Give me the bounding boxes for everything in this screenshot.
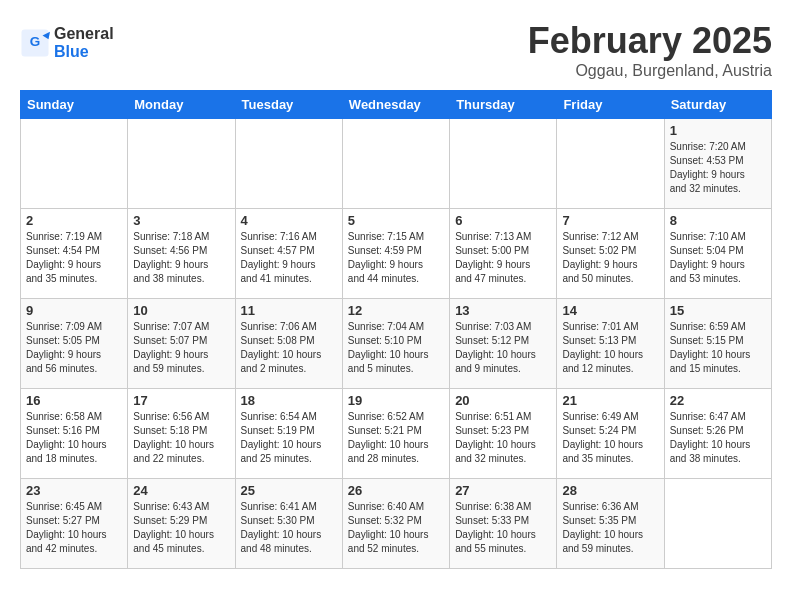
day-number: 23 [26,483,122,498]
day-info: Sunrise: 6:41 AM Sunset: 5:30 PM Dayligh… [241,500,337,556]
logo-icon: G [20,28,50,58]
day-cell [557,119,664,209]
day-number: 17 [133,393,229,408]
day-info: Sunrise: 6:54 AM Sunset: 5:19 PM Dayligh… [241,410,337,466]
header-tuesday: Tuesday [235,91,342,119]
day-cell: 1Sunrise: 7:20 AM Sunset: 4:53 PM Daylig… [664,119,771,209]
day-cell: 17Sunrise: 6:56 AM Sunset: 5:18 PM Dayli… [128,389,235,479]
day-cell: 27Sunrise: 6:38 AM Sunset: 5:33 PM Dayli… [450,479,557,569]
day-info: Sunrise: 7:16 AM Sunset: 4:57 PM Dayligh… [241,230,337,286]
day-info: Sunrise: 6:38 AM Sunset: 5:33 PM Dayligh… [455,500,551,556]
day-number: 6 [455,213,551,228]
day-info: Sunrise: 6:59 AM Sunset: 5:15 PM Dayligh… [670,320,766,376]
header: G General Blue February 2025 Oggau, Burg… [20,20,772,80]
logo: G General Blue [20,25,114,60]
day-number: 27 [455,483,551,498]
day-info: Sunrise: 7:19 AM Sunset: 4:54 PM Dayligh… [26,230,122,286]
day-number: 16 [26,393,122,408]
day-cell: 3Sunrise: 7:18 AM Sunset: 4:56 PM Daylig… [128,209,235,299]
logo-general: General [54,25,114,43]
day-number: 8 [670,213,766,228]
header-saturday: Saturday [664,91,771,119]
day-info: Sunrise: 6:56 AM Sunset: 5:18 PM Dayligh… [133,410,229,466]
day-info: Sunrise: 6:43 AM Sunset: 5:29 PM Dayligh… [133,500,229,556]
day-cell: 5Sunrise: 7:15 AM Sunset: 4:59 PM Daylig… [342,209,449,299]
calendar-body: 1Sunrise: 7:20 AM Sunset: 4:53 PM Daylig… [21,119,772,569]
day-number: 15 [670,303,766,318]
day-number: 20 [455,393,551,408]
day-cell: 25Sunrise: 6:41 AM Sunset: 5:30 PM Dayli… [235,479,342,569]
title-area: February 2025 Oggau, Burgenland, Austria [528,20,772,80]
week-row-1: 1Sunrise: 7:20 AM Sunset: 4:53 PM Daylig… [21,119,772,209]
day-number: 28 [562,483,658,498]
day-info: Sunrise: 7:03 AM Sunset: 5:12 PM Dayligh… [455,320,551,376]
logo-blue: Blue [54,43,114,61]
day-cell: 26Sunrise: 6:40 AM Sunset: 5:32 PM Dayli… [342,479,449,569]
day-info: Sunrise: 7:20 AM Sunset: 4:53 PM Dayligh… [670,140,766,196]
day-number: 24 [133,483,229,498]
day-info: Sunrise: 7:06 AM Sunset: 5:08 PM Dayligh… [241,320,337,376]
header-wednesday: Wednesday [342,91,449,119]
day-info: Sunrise: 7:01 AM Sunset: 5:13 PM Dayligh… [562,320,658,376]
header-thursday: Thursday [450,91,557,119]
day-cell [235,119,342,209]
day-cell [21,119,128,209]
day-info: Sunrise: 6:51 AM Sunset: 5:23 PM Dayligh… [455,410,551,466]
day-number: 10 [133,303,229,318]
header-row: Sunday Monday Tuesday Wednesday Thursday… [21,91,772,119]
day-cell [342,119,449,209]
day-cell: 11Sunrise: 7:06 AM Sunset: 5:08 PM Dayli… [235,299,342,389]
svg-text:G: G [30,34,41,49]
day-number: 7 [562,213,658,228]
day-number: 14 [562,303,658,318]
day-cell: 7Sunrise: 7:12 AM Sunset: 5:02 PM Daylig… [557,209,664,299]
day-number: 9 [26,303,122,318]
day-info: Sunrise: 7:18 AM Sunset: 4:56 PM Dayligh… [133,230,229,286]
day-info: Sunrise: 6:36 AM Sunset: 5:35 PM Dayligh… [562,500,658,556]
day-info: Sunrise: 7:12 AM Sunset: 5:02 PM Dayligh… [562,230,658,286]
day-cell: 28Sunrise: 6:36 AM Sunset: 5:35 PM Dayli… [557,479,664,569]
day-cell: 19Sunrise: 6:52 AM Sunset: 5:21 PM Dayli… [342,389,449,479]
day-number: 21 [562,393,658,408]
day-cell: 4Sunrise: 7:16 AM Sunset: 4:57 PM Daylig… [235,209,342,299]
day-cell: 18Sunrise: 6:54 AM Sunset: 5:19 PM Dayli… [235,389,342,479]
day-number: 19 [348,393,444,408]
calendar-table: Sunday Monday Tuesday Wednesday Thursday… [20,90,772,569]
week-row-2: 2Sunrise: 7:19 AM Sunset: 4:54 PM Daylig… [21,209,772,299]
day-cell: 10Sunrise: 7:07 AM Sunset: 5:07 PM Dayli… [128,299,235,389]
calendar-title: February 2025 [528,20,772,62]
week-row-4: 16Sunrise: 6:58 AM Sunset: 5:16 PM Dayli… [21,389,772,479]
day-number: 13 [455,303,551,318]
logo-text: General Blue [54,25,114,60]
day-cell: 24Sunrise: 6:43 AM Sunset: 5:29 PM Dayli… [128,479,235,569]
day-number: 1 [670,123,766,138]
day-info: Sunrise: 7:13 AM Sunset: 5:00 PM Dayligh… [455,230,551,286]
day-number: 25 [241,483,337,498]
header-sunday: Sunday [21,91,128,119]
day-info: Sunrise: 7:07 AM Sunset: 5:07 PM Dayligh… [133,320,229,376]
day-info: Sunrise: 7:15 AM Sunset: 4:59 PM Dayligh… [348,230,444,286]
day-cell: 16Sunrise: 6:58 AM Sunset: 5:16 PM Dayli… [21,389,128,479]
header-friday: Friday [557,91,664,119]
day-info: Sunrise: 6:49 AM Sunset: 5:24 PM Dayligh… [562,410,658,466]
day-number: 22 [670,393,766,408]
week-row-3: 9Sunrise: 7:09 AM Sunset: 5:05 PM Daylig… [21,299,772,389]
day-number: 18 [241,393,337,408]
day-cell: 23Sunrise: 6:45 AM Sunset: 5:27 PM Dayli… [21,479,128,569]
day-cell: 21Sunrise: 6:49 AM Sunset: 5:24 PM Dayli… [557,389,664,479]
header-monday: Monday [128,91,235,119]
calendar-header: Sunday Monday Tuesday Wednesday Thursday… [21,91,772,119]
week-row-5: 23Sunrise: 6:45 AM Sunset: 5:27 PM Dayli… [21,479,772,569]
day-cell [664,479,771,569]
day-info: Sunrise: 7:09 AM Sunset: 5:05 PM Dayligh… [26,320,122,376]
day-number: 12 [348,303,444,318]
day-cell: 9Sunrise: 7:09 AM Sunset: 5:05 PM Daylig… [21,299,128,389]
day-cell [450,119,557,209]
day-cell: 15Sunrise: 6:59 AM Sunset: 5:15 PM Dayli… [664,299,771,389]
day-cell: 8Sunrise: 7:10 AM Sunset: 5:04 PM Daylig… [664,209,771,299]
day-info: Sunrise: 6:40 AM Sunset: 5:32 PM Dayligh… [348,500,444,556]
day-number: 5 [348,213,444,228]
day-number: 26 [348,483,444,498]
day-cell: 20Sunrise: 6:51 AM Sunset: 5:23 PM Dayli… [450,389,557,479]
day-info: Sunrise: 6:58 AM Sunset: 5:16 PM Dayligh… [26,410,122,466]
